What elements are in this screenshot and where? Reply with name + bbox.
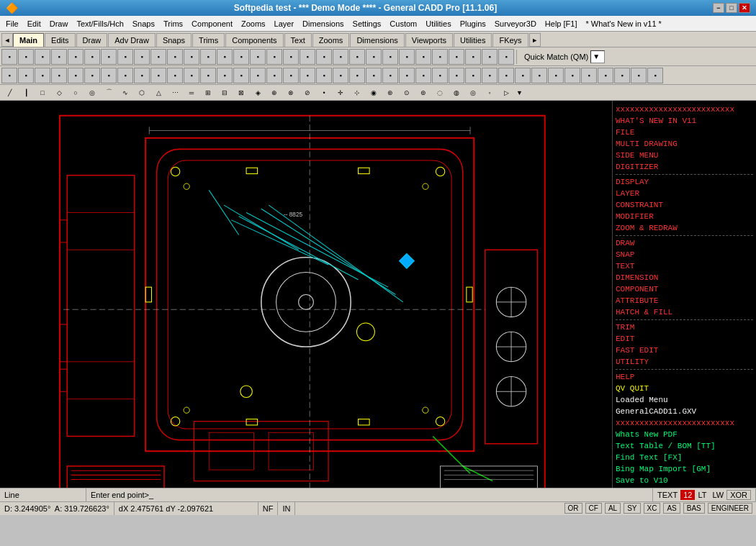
side-item[interactable]: SNAP xyxy=(616,249,753,260)
toolbar-btn-17[interactable]: ▪ xyxy=(283,49,299,65)
status-btn-al[interactable]: AL xyxy=(605,503,621,514)
draw-tool-btn-24[interactable]: ⊙ xyxy=(399,85,415,101)
menu-item---what-s-new-in-v11--[interactable]: * What's New in v11 * xyxy=(581,18,665,29)
toolbar-btn-21[interactable]: ▪ xyxy=(349,49,365,65)
side-item[interactable]: HELP xyxy=(616,371,753,383)
side-item[interactable]: GeneralCADD11.GXV xyxy=(616,406,753,417)
xor-label[interactable]: XOR xyxy=(726,490,751,500)
tab-snaps[interactable]: Snaps xyxy=(156,33,192,47)
toolbar2-btn-1[interactable]: ▪ xyxy=(18,68,34,83)
toolbar2-btn-25[interactable]: ▪ xyxy=(415,68,431,83)
draw-tool-btn-23[interactable]: ⊛ xyxy=(382,85,398,101)
draw-tool-btn-10[interactable]: ⋯ xyxy=(167,85,183,101)
draw-tool-btn-2[interactable]: □ xyxy=(35,85,50,101)
toolbar-btn-20[interactable]: ▪ xyxy=(333,49,348,65)
cad-drawing[interactable]: -- 8825 xyxy=(0,101,612,488)
draw-tool-btn-1[interactable]: ┃ xyxy=(18,85,34,101)
side-item[interactable]: DIMENSION xyxy=(616,272,753,283)
toolbar2-btn-21[interactable]: ▪ xyxy=(349,68,365,83)
menu-item-plugins[interactable]: Plugins xyxy=(456,18,490,29)
side-item[interactable]: FILE xyxy=(616,127,753,138)
side-item[interactable]: MULTI DRAWING xyxy=(616,138,753,150)
tab-scroll-right[interactable]: ► xyxy=(529,33,541,47)
side-item[interactable]: DIGITIZER xyxy=(616,161,753,173)
toolbar-btn-24[interactable]: ▪ xyxy=(399,49,415,65)
side-item[interactable]: Bing Map Import [GM] xyxy=(616,463,753,475)
toolbar2-btn-15[interactable]: ▪ xyxy=(250,68,266,83)
toolbar-btn-7[interactable]: ▪ xyxy=(117,49,133,65)
draw-tool-btn-14[interactable]: ⊠ xyxy=(233,85,249,101)
maximize-button[interactable]: □ xyxy=(726,3,737,13)
status-btn-cf[interactable]: CF xyxy=(585,503,602,514)
status-btn-xc[interactable]: XC xyxy=(644,503,661,514)
in-button[interactable]: IN xyxy=(278,502,295,515)
menu-item-file[interactable]: File xyxy=(1,18,23,29)
toolbar2-btn-13[interactable]: ▪ xyxy=(217,68,233,83)
toolbar-btn-2[interactable]: ▪ xyxy=(35,49,50,65)
draw-tool-btn-8[interactable]: ⬡ xyxy=(134,85,150,101)
draw-tool-btn-16[interactable]: ⊕ xyxy=(266,85,282,101)
toolbar2-btn-11[interactable]: ▪ xyxy=(184,68,199,83)
draw-tool-btn-25[interactable]: ⊚ xyxy=(415,85,431,101)
side-item[interactable]: EDIT xyxy=(616,333,753,345)
canvas-area[interactable]: Demo Mode - Save Disabled xyxy=(0,101,612,488)
side-item[interactable]: CONSTRAINT xyxy=(616,199,753,211)
toolbar2-btn-3[interactable]: ▪ xyxy=(51,68,67,83)
toolbar2-btn-18[interactable]: ▪ xyxy=(300,68,315,83)
draw-tool-btn-19[interactable]: • xyxy=(316,85,332,101)
toolbar2-btn-39[interactable]: ▪ xyxy=(647,68,663,83)
toolbar2-btn-32[interactable]: ▪ xyxy=(531,68,547,83)
menu-item-custom[interactable]: Custom xyxy=(385,18,421,29)
side-item[interactable]: ATTRIBUTE xyxy=(616,295,753,306)
toolbar-btn-27[interactable]: ▪ xyxy=(449,49,464,65)
tab-viewports[interactable]: Viewports xyxy=(405,33,453,47)
side-item[interactable]: ZOOM & REDRAW xyxy=(616,222,753,234)
toolbar2-btn-29[interactable]: ▪ xyxy=(482,68,498,83)
toolbar-btn-11[interactable]: ▪ xyxy=(184,49,199,65)
side-item[interactable]: UTILITY xyxy=(616,356,753,368)
toolbar2-btn-4[interactable]: ▪ xyxy=(68,68,84,83)
toolbar-btn-23[interactable]: ▪ xyxy=(382,49,398,65)
toolbar2-btn-8[interactable]: ▪ xyxy=(134,68,150,83)
toolbar-btn-22[interactable]: ▪ xyxy=(366,49,382,65)
tab-zooms[interactable]: Zooms xyxy=(312,33,350,47)
side-item[interactable]: COMPONENT xyxy=(616,283,753,295)
toolbar2-btn-28[interactable]: ▪ xyxy=(465,68,481,83)
status-btn-engineer[interactable]: ENGINEER xyxy=(708,503,752,514)
side-item[interactable]: Save to V10 xyxy=(616,475,753,486)
close-button[interactable]: ✕ xyxy=(739,3,750,13)
toolbar-btn-12[interactable]: ▪ xyxy=(200,49,216,65)
menu-item-text-fills-hch[interactable]: Text/Fills/Hch xyxy=(72,18,127,29)
menu-item-edit[interactable]: Edit xyxy=(23,18,45,29)
draw-tool-btn-27[interactable]: ◍ xyxy=(449,85,464,101)
toolbar-btn-10[interactable]: ▪ xyxy=(167,49,183,65)
toolbar2-btn-23[interactable]: ▪ xyxy=(382,68,398,83)
side-item[interactable]: Find Text [FX] xyxy=(616,452,753,463)
toolbar2-btn-17[interactable]: ▪ xyxy=(283,68,299,83)
draw-tool-btn-11[interactable]: ═ xyxy=(184,85,199,101)
toolbar2-btn-5[interactable]: ▪ xyxy=(84,68,100,83)
menu-item-settings[interactable]: Settings xyxy=(348,18,386,29)
side-item[interactable]: xxxxxxxxxxxxxxxxxxxxxxxxx xyxy=(616,104,753,115)
menu-item-zooms[interactable]: Zooms xyxy=(237,18,270,29)
draw-tool-btn-26[interactable]: ◌ xyxy=(432,85,448,101)
toolbar-btn-5[interactable]: ▪ xyxy=(84,49,100,65)
toolbar-btn-1[interactable]: ▪ xyxy=(18,49,34,65)
toolbar-btn-9[interactable]: ▪ xyxy=(150,49,166,65)
toolbar2-btn-35[interactable]: ▪ xyxy=(581,68,597,83)
toolbar-btn-25[interactable]: ▪ xyxy=(415,49,431,65)
side-item[interactable]: WHAT'S NEW IN V11 xyxy=(616,115,753,127)
toolbar-btn-18[interactable]: ▪ xyxy=(300,49,315,65)
toolbar-btn-28[interactable]: ▪ xyxy=(465,49,481,65)
draw-tool-btn-30[interactable]: ▷ xyxy=(498,85,514,101)
draw-tool-btn-0[interactable]: ╱ xyxy=(1,85,17,101)
side-item[interactable]: FAST EDIT xyxy=(616,345,753,356)
side-item[interactable]: MODIFIER xyxy=(616,211,753,222)
status-btn-or[interactable]: OR xyxy=(564,503,582,514)
tab-adv-draw[interactable]: Adv Draw xyxy=(108,33,156,47)
draw-tool-btn-4[interactable]: ○ xyxy=(68,85,84,101)
draw-tool-btn-9[interactable]: △ xyxy=(150,85,166,101)
toolbar-btn-26[interactable]: ▪ xyxy=(432,49,448,65)
quick-match-dropdown[interactable]: ▼ xyxy=(590,50,605,63)
toolbar-btn-16[interactable]: ▪ xyxy=(266,49,282,65)
